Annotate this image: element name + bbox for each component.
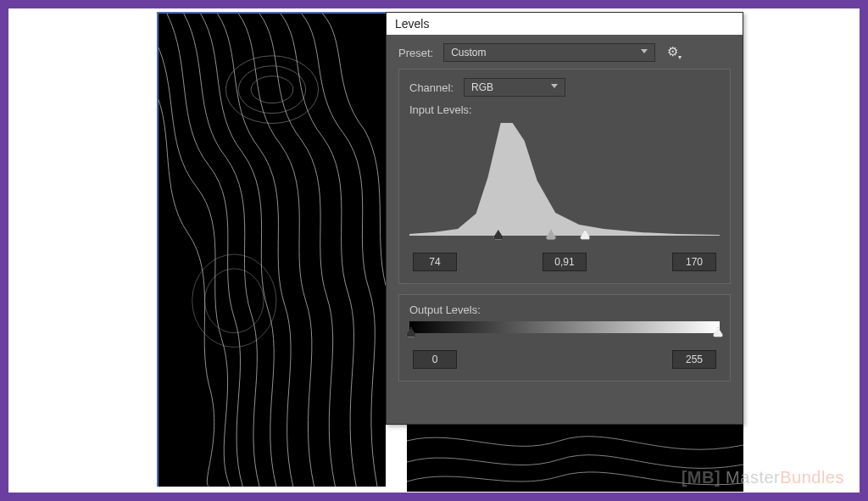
svg-rect-0 [159, 14, 386, 487]
watermark-text1: Master [726, 468, 780, 487]
output-slider[interactable] [409, 333, 720, 338]
output-levels-label: Output Levels: [409, 303, 720, 316]
preset-value: Custom [451, 47, 486, 58]
output-box: Output Levels: 0 255 [398, 294, 731, 381]
channel-input-box: Channel: RGB Input Levels: [398, 69, 731, 284]
output-gradient [409, 321, 720, 333]
preset-select[interactable]: Custom [443, 43, 655, 62]
histogram [409, 121, 720, 236]
watermark-text2: Bundles [780, 468, 844, 487]
input-levels-label: Input Levels: [409, 103, 720, 116]
output-values-row: 0 255 [409, 350, 720, 369]
channel-value: RGB [471, 81, 493, 93]
input-slider[interactable] [409, 236, 720, 241]
wood-grain-texture [159, 14, 386, 487]
output-low-field[interactable]: 0 [413, 350, 457, 369]
output-high-field[interactable]: 255 [672, 350, 716, 369]
chevron-down-icon [551, 84, 558, 88]
channel-label: Channel: [409, 81, 453, 94]
watermark-logo: [MB] [682, 468, 721, 487]
input-highlight-field[interactable]: 170 [672, 253, 716, 271]
page-bg: Levels Preset: Custom ⚙▾ Channel: RGB [8, 8, 860, 493]
gear-icon[interactable]: ⚙▾ [667, 44, 682, 61]
watermark: [MB]MasterBundles [682, 468, 844, 487]
document-canvas[interactable] [157, 12, 386, 487]
input-mid-field[interactable]: 0,91 [542, 253, 587, 271]
input-values-row: 74 0,91 170 [409, 253, 720, 271]
input-shadow-field[interactable]: 74 [413, 253, 457, 271]
preset-row: Preset: Custom ⚙▾ [398, 43, 731, 62]
panel-body: Preset: Custom ⚙▾ Channel: RGB [387, 35, 743, 390]
levels-panel: Levels Preset: Custom ⚙▾ Channel: RGB [386, 12, 743, 425]
panel-title: Levels [387, 13, 743, 35]
chevron-down-icon [641, 49, 648, 53]
channel-row: Channel: RGB [409, 78, 720, 97]
page-frame: Levels Preset: Custom ⚙▾ Channel: RGB [0, 0, 868, 501]
preset-label: Preset: [398, 47, 433, 59]
channel-select[interactable]: RGB [464, 78, 565, 97]
